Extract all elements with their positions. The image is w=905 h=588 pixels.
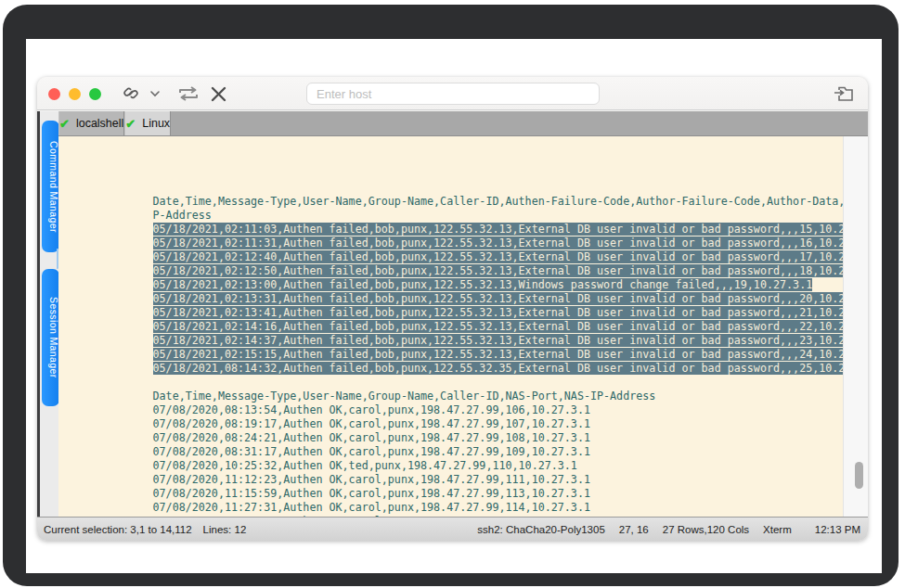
session-tab[interactable]: ✔ localshell xyxy=(58,111,124,135)
status-right: ssh2: ChaCha20-Poly1305 27, 16 27 Rows,1… xyxy=(477,524,868,535)
toolbar-icon-group xyxy=(121,77,227,110)
session-tab-bar: ✔ localshell ✔ Linux xyxy=(58,111,868,136)
terminal-line-text: Date,Time,Message-Type,User-Name,Group-N… xyxy=(153,390,656,403)
sidebar-item-session-manager[interactable]: Session Manager xyxy=(42,269,59,406)
status-bar: Current selection: 3,1 to 14,112 Lines: … xyxy=(37,517,868,541)
terminal-line-text: 07/08/2020,08:19:17,Authen OK,carol,punx… xyxy=(153,417,590,430)
connected-check-icon: ✔ xyxy=(59,118,70,130)
terminal-pane: Date,Time,Message-Type,User-Name,Group-N… xyxy=(58,136,868,517)
terminal-line-text: P-Address xyxy=(153,209,212,222)
terminal-line-text: 05/18/2021,02:14:37,Authen failed,bob,pu… xyxy=(153,334,868,347)
terminal-line-text: 05/18/2021,02:11:31,Authen failed,bob,pu… xyxy=(153,236,868,249)
terminal-line-text: 05/18/2021,02:11:03,Authen failed,bob,pu… xyxy=(153,223,868,236)
terminal-scrollbar-thumb[interactable] xyxy=(855,462,863,489)
session-area: ✔ localshell ✔ Linux Date,Time,Message-T… xyxy=(58,111,868,517)
connect-chevron-down-icon[interactable] xyxy=(150,90,160,97)
terminal-line-text: 07/08/2020,10:25:32,Authen OK,ted,punx,1… xyxy=(153,459,577,472)
terminal-line-text: 05/18/2021,02:13:31,Authen failed,bob,pu… xyxy=(153,292,868,305)
terminal-line-text: 07/08/2020,11:12:23,Authen OK,carol,punx… xyxy=(153,473,590,486)
session-tab-label: Linux xyxy=(142,117,170,130)
status-terminal-size: 27 Rows,120 Cols xyxy=(663,524,749,535)
terminal-scrollbar-track[interactable] xyxy=(843,136,868,517)
terminal-line: Date,Time,Message-Type,User-Name,Group-N… xyxy=(61,181,843,195)
disconnect-icon[interactable] xyxy=(210,85,227,103)
sidebar-item-command-manager[interactable]: Command Manager xyxy=(42,121,59,252)
terminal-line-text: 07/08/2020,08:31:17,Authen OK,carol,punx… xyxy=(153,445,590,458)
tool-window-sidebar: Command Manager Session Manager xyxy=(37,111,58,517)
session-manager-panel-icon[interactable] xyxy=(833,84,855,103)
connect-link-icon[interactable] xyxy=(121,84,141,103)
session-tab[interactable]: ✔ Linux xyxy=(124,111,171,135)
status-clock: 12:13 PM xyxy=(815,524,860,535)
status-emulation: Xterm xyxy=(763,524,792,535)
toolbar xyxy=(37,77,868,110)
reconnect-icon[interactable] xyxy=(176,85,200,102)
page: Command Manager Session Manager ✔ locals… xyxy=(0,0,905,588)
connected-check-icon: ✔ xyxy=(125,118,136,130)
terminal-line-text: 05/18/2021,02:14:16,Authen failed,bob,pu… xyxy=(153,320,868,333)
window-content: Command Manager Session Manager ✔ locals… xyxy=(37,111,868,517)
terminal-line-text: 05/18/2021,02:13:00,Authen failed,bob,pu… xyxy=(153,278,813,291)
status-selection: Current selection: 3,1 to 14,112 xyxy=(44,524,192,535)
status-left: Current selection: 3,1 to 14,112 Lines: … xyxy=(37,524,246,535)
status-cursor-position: 27, 16 xyxy=(619,524,649,535)
terminal-line-text: 05/18/2021,08:14:32,Authen failed,bob,pu… xyxy=(153,362,868,375)
terminal-output[interactable]: Date,Time,Message-Type,User-Name,Group-N… xyxy=(58,136,843,517)
traffic-lights xyxy=(48,88,101,100)
terminal-line-text: 07/08/2020,11:15:59,Authen OK,carol,punx… xyxy=(153,487,590,500)
terminal-line-text: 05/18/2021,02:15:15,Authen failed,bob,pu… xyxy=(153,348,868,361)
terminal-line-text: 05/18/2021,02:12:40,Authen failed,bob,pu… xyxy=(153,250,868,263)
session-tab-label: localshell xyxy=(76,117,123,130)
minimize-window-button[interactable] xyxy=(69,88,81,100)
terminal-line-text: 07/08/2020,11:27:31,Authen OK,carol,punx… xyxy=(153,501,590,514)
status-cipher: ssh2: ChaCha20-Poly1305 xyxy=(477,524,604,535)
terminal-line-text: 07/08/2020,08:13:54,Authen OK,carol,punx… xyxy=(153,403,590,416)
terminal-line-text: 05/18/2021,02:12:50,Authen failed,bob,pu… xyxy=(153,264,868,277)
terminal-line: Date,Time,Message-Type,User-Name,Group-N… xyxy=(61,376,843,390)
quick-connect-host-input[interactable] xyxy=(306,83,600,105)
terminal-line-text: 05/18/2021,02:13:41,Authen failed,bob,pu… xyxy=(153,306,868,319)
close-window-button[interactable] xyxy=(48,88,60,100)
terminal-line-text: Date,Time,Message-Type,User-Name,Group-N… xyxy=(153,195,868,208)
terminal-app-window: Command Manager Session Manager ✔ locals… xyxy=(37,77,868,541)
terminal-line-text: 07/08/2020,08:24:21,Authen OK,carol,punx… xyxy=(153,431,590,444)
status-lines: Lines: 12 xyxy=(203,524,247,535)
zoom-window-button[interactable] xyxy=(89,88,101,100)
